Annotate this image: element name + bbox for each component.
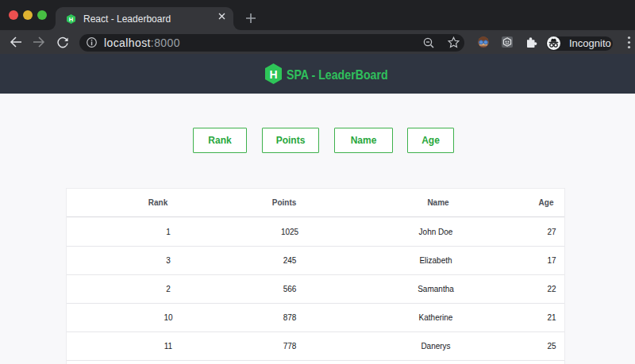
svg-text:H: H (69, 16, 73, 23)
svg-text:H: H (269, 68, 277, 81)
